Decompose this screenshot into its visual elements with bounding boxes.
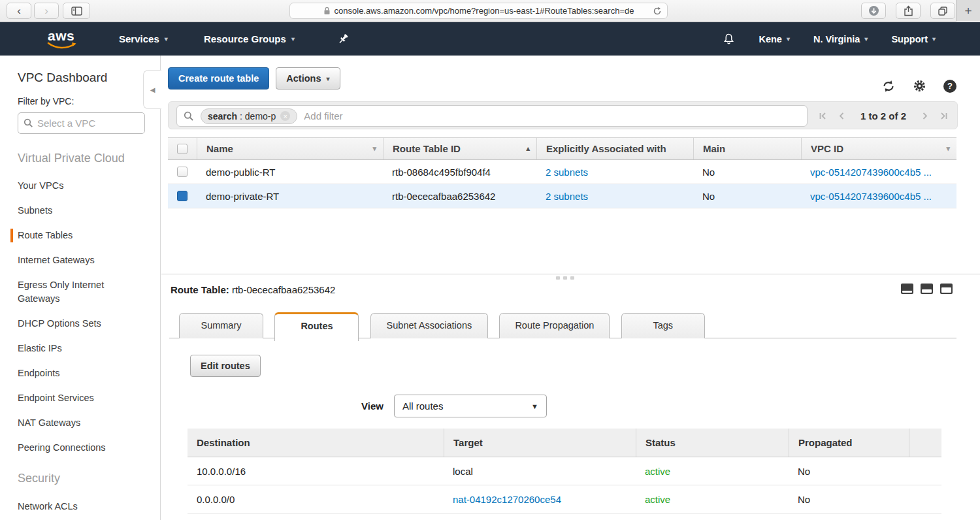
- table-row[interactable]: demo-public-RT rtb-08684c495fbf904f4 2 s…: [168, 160, 956, 184]
- cell-propagated: No: [789, 494, 909, 505]
- pane-large-icon[interactable]: [940, 284, 953, 294]
- table-row-selected[interactable]: demo-private-RT rtb-0ececafbaa6253642 2 …: [168, 184, 956, 208]
- column-header-explicitly-associated[interactable]: Explicitly Associated with: [536, 138, 693, 159]
- nav-notifications-button[interactable]: [723, 33, 735, 45]
- services-label: Services: [119, 33, 159, 44]
- sidebar-item-egress-only-internet-gateways[interactable]: Egress Only Internet Gateways: [18, 278, 121, 306]
- sidebar-item-peering-connections[interactable]: Peering Connections: [18, 441, 121, 455]
- sidebar-item-endpoint-services[interactable]: Endpoint Services: [18, 391, 121, 405]
- row-checkbox-checked[interactable]: [177, 191, 188, 201]
- search-filter-input[interactable]: search : demo-p ×: [176, 105, 808, 127]
- sidebar-item-nat-gateways[interactable]: NAT Gateways: [18, 416, 121, 430]
- cell-destination: 0.0.0.0/0: [188, 494, 444, 505]
- share-button[interactable]: [896, 3, 921, 19]
- sidebar-toggle-icon: [71, 7, 82, 16]
- column-header-status: Status: [636, 429, 789, 457]
- column-header-route-table-id[interactable]: Route Table ID ▴: [383, 138, 536, 159]
- create-route-table-button[interactable]: Create route table: [168, 67, 269, 89]
- tab-overview-button[interactable]: [930, 3, 955, 19]
- sidebar-item-network-acls[interactable]: Network ACLs: [18, 500, 121, 513]
- pane-layout-controls: [901, 284, 953, 294]
- actions-button[interactable]: Actions ▾: [276, 67, 340, 89]
- tab-tags[interactable]: Tags: [621, 313, 705, 338]
- pane-small-icon[interactable]: [901, 284, 913, 294]
- search-icon: [184, 111, 194, 122]
- chevron-down-icon: ▾: [326, 75, 329, 82]
- browser-forward-button[interactable]: ›: [34, 3, 59, 19]
- search-icon: [24, 118, 33, 128]
- search-filter-pill[interactable]: search : demo-p ×: [201, 108, 297, 124]
- tab-route-propagation[interactable]: Route Propagation: [499, 313, 610, 338]
- row-checkbox[interactable]: [177, 167, 188, 177]
- vpc-id-link[interactable]: vpc-0514207439600c4b5 ...: [810, 191, 932, 202]
- nav-resource-groups-menu[interactable]: Resource Groups ▾: [204, 22, 295, 56]
- vpc-filter-input[interactable]: [18, 112, 145, 134]
- select-all-checkbox[interactable]: [177, 144, 188, 154]
- actions-label: Actions: [286, 73, 321, 84]
- column-header-vpc-id[interactable]: VPC ID ▾: [801, 138, 956, 159]
- new-tab-button[interactable]: +: [956, 0, 980, 22]
- pane-medium-icon[interactable]: [921, 284, 933, 294]
- first-page-button[interactable]: [819, 112, 827, 120]
- reload-icon: [653, 7, 662, 16]
- nav-user-menu[interactable]: Kene ▾: [759, 34, 790, 44]
- column-header-name[interactable]: Name ▾: [197, 138, 383, 159]
- nav-pin-button[interactable]: [338, 22, 349, 56]
- sidebar-title[interactable]: VPC Dashboard: [18, 71, 147, 85]
- edit-routes-button[interactable]: Edit routes: [190, 355, 261, 377]
- browser-sidebar-button[interactable]: [63, 3, 90, 19]
- pill-value: : demo-p: [237, 111, 276, 122]
- prev-page-button[interactable]: [838, 112, 846, 120]
- divider-grip-icon[interactable]: [556, 276, 574, 280]
- sidebar-item-endpoints[interactable]: Endpoints: [18, 366, 121, 380]
- add-filter-field[interactable]: [304, 110, 519, 122]
- sidebar-item-dhcp-options-sets[interactable]: DHCP Options Sets: [18, 317, 121, 331]
- remove-filter-icon[interactable]: ×: [280, 111, 290, 121]
- vpc-id-link[interactable]: vpc-0514207439600c4b5 ...: [810, 167, 932, 178]
- column-header-main[interactable]: Main: [693, 138, 801, 159]
- browser-chrome: ‹ › console.aws.amazon.com/vpc/home?regi…: [0, 0, 980, 22]
- view-select[interactable]: All routes ▼: [394, 395, 547, 417]
- aws-navbar: aws Services ▾ Resource Groups ▾ K: [0, 22, 980, 56]
- settings-button[interactable]: [913, 79, 926, 93]
- help-button[interactable]: ?: [943, 80, 956, 93]
- sidebar-collapse-handle[interactable]: ◀: [143, 70, 161, 109]
- first-page-icon: [819, 112, 827, 120]
- pane-divider[interactable]: [161, 274, 980, 274]
- refresh-button[interactable]: [881, 80, 896, 93]
- url-text: console.aws.amazon.com/vpc/home?region=u…: [335, 6, 634, 16]
- address-bar[interactable]: console.aws.amazon.com/vpc/home?region=u…: [289, 3, 668, 19]
- nat-gateway-link[interactable]: nat-04192c1270260ce54: [453, 494, 561, 505]
- filter-bar: search : demo-p × 1 to 2 of 2: [168, 101, 958, 129]
- tab-summary[interactable]: Summary: [179, 313, 263, 338]
- prev-page-icon: [838, 112, 846, 120]
- sidebar-item-subnets[interactable]: Subnets: [18, 204, 121, 218]
- view-selected-value: All routes: [402, 400, 444, 412]
- sidebar-item-internet-gateways[interactable]: Internet Gateways: [18, 253, 121, 267]
- last-page-button[interactable]: [939, 112, 948, 120]
- subnets-link[interactable]: 2 subnets: [546, 191, 588, 202]
- nav-region-menu[interactable]: N. Virginia ▾: [813, 34, 868, 44]
- column-header-target: Target: [444, 429, 636, 457]
- sidebar-item-elastic-ips[interactable]: Elastic IPs: [18, 342, 121, 355]
- cell-name: demo-public-RT: [197, 167, 383, 178]
- next-page-button[interactable]: [921, 112, 929, 120]
- sidebar-item-route-tables[interactable]: Route Tables: [18, 229, 121, 242]
- forward-icon: ›: [44, 5, 48, 18]
- nav-services-menu[interactable]: Services ▾: [119, 22, 168, 56]
- nav-support-menu[interactable]: Support ▾: [891, 34, 936, 44]
- tab-routes[interactable]: Routes: [274, 312, 359, 341]
- reload-button[interactable]: [653, 7, 662, 16]
- downloads-button[interactable]: [861, 3, 886, 19]
- last-page-icon: [939, 112, 948, 120]
- tab-subnet-associations[interactable]: Subnet Associations: [370, 313, 488, 338]
- subnets-link[interactable]: 2 subnets: [546, 167, 588, 178]
- resource-groups-label: Resource Groups: [204, 33, 286, 44]
- chevron-down-icon: ▾: [165, 35, 168, 42]
- select-a-vpc-field[interactable]: [37, 118, 129, 129]
- sidebar-item-your-vpcs[interactable]: Your VPCs: [18, 179, 121, 193]
- browser-back-button[interactable]: ‹: [7, 3, 31, 19]
- region-label: N. Virginia: [813, 34, 860, 44]
- aws-logo-text: aws: [48, 28, 74, 43]
- routes-table: Destination Target Status Propagated 10.…: [188, 429, 941, 513]
